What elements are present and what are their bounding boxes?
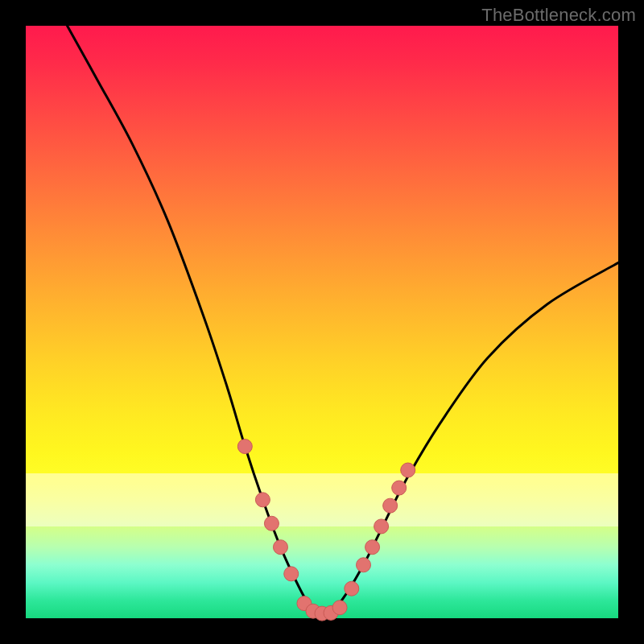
data-marker: [374, 519, 389, 534]
curve-layer: [68, 26, 618, 615]
data-marker: [401, 463, 415, 477]
data-marker: [273, 540, 287, 555]
data-marker: [365, 540, 380, 555]
marker-layer: [237, 440, 415, 621]
bottleneck-curve-svg: [26, 26, 618, 618]
data-marker: [255, 493, 270, 507]
data-marker: [357, 558, 371, 572]
watermark-text: TheBottleneck.com: [481, 5, 636, 26]
data-marker: [345, 581, 359, 596]
data-marker: [392, 481, 407, 495]
data-marker: [332, 601, 347, 615]
data-marker: [383, 498, 398, 513]
data-marker: [264, 516, 279, 530]
bottleneck-curve-path: [68, 26, 618, 615]
chart-plot-area: [26, 26, 618, 618]
data-marker: [237, 440, 252, 454]
data-marker: [284, 567, 299, 581]
